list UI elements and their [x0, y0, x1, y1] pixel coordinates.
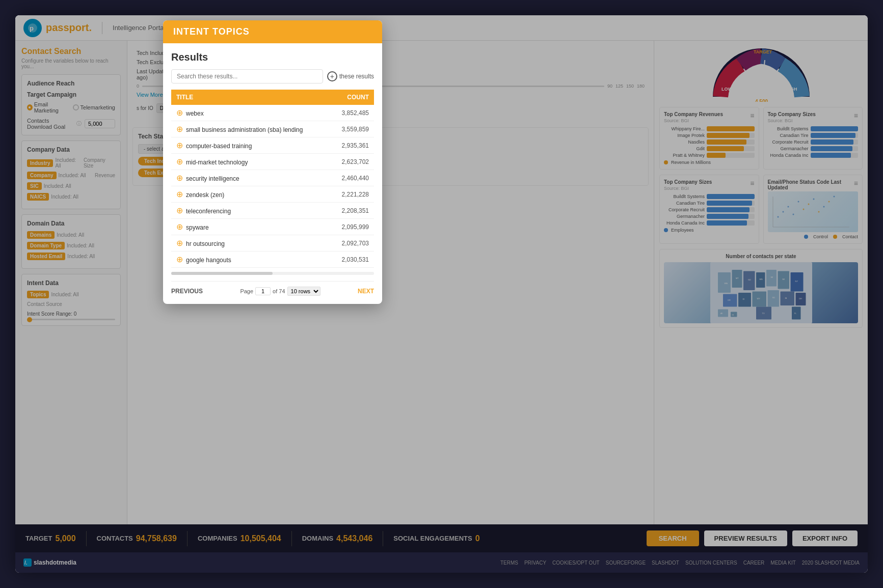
scrollbar-area[interactable]: [171, 272, 374, 275]
table-header-row: TITLE COUNT: [171, 90, 374, 105]
row-add-plus[interactable]: ⊕: [176, 108, 183, 117]
row-add-plus[interactable]: ⊕: [176, 190, 183, 199]
table-cell-title: ⊕mid-market technology: [171, 154, 331, 170]
modal-search-input[interactable]: [171, 69, 323, 83]
table-cell-count: 3,559,859: [331, 121, 374, 137]
table-cell-title: ⊕webex: [171, 105, 331, 121]
table-row: ⊕small business administration (sba) len…: [171, 121, 374, 137]
row-add-plus[interactable]: ⊕: [176, 222, 183, 231]
col-count: COUNT: [331, 90, 374, 105]
table-row: ⊕hr outsourcing 2,092,703: [171, 235, 374, 251]
plus-circle-icon: +: [327, 71, 337, 81]
table-cell-count: 3,852,485: [331, 105, 374, 121]
page-label: Page: [240, 288, 253, 294]
modal-overlay[interactable]: INTENT TOPICS Results + these results TI…: [15, 15, 868, 573]
table-cell-title: ⊕zendesk (zen): [171, 186, 331, 203]
modal-add-btn[interactable]: + these results: [327, 71, 374, 81]
table-cell-title: ⊕hr outsourcing: [171, 235, 331, 251]
table-cell-count: 2,623,702: [331, 154, 374, 170]
modal-search-row: + these results: [171, 69, 374, 83]
table-cell-count: 2,095,999: [331, 219, 374, 235]
table-cell-title: ⊕computer-based training: [171, 137, 331, 154]
modal-pagination: PREVIOUS Page of 74 10 rows 25 rows 50 r…: [171, 281, 374, 296]
add-label: these results: [339, 73, 374, 80]
row-add-plus[interactable]: ⊕: [176, 239, 183, 247]
scrollbar-thumb: [171, 272, 273, 275]
table-cell-title: ⊕google hangouts: [171, 251, 331, 268]
table-cell-count: 2,460,440: [331, 170, 374, 186]
of-label: of 74: [273, 288, 285, 294]
intent-modal-header: INTENT TOPICS: [163, 20, 382, 43]
row-add-plus[interactable]: ⊕: [176, 125, 183, 133]
app-wrapper: p passport. Intelligence Portal Contact …: [15, 15, 868, 573]
table-cell-title: ⊕small business administration (sba) len…: [171, 121, 331, 137]
row-add-plus[interactable]: ⊕: [176, 141, 183, 150]
intent-modal-body: Results + these results TITLE COUNT: [163, 43, 382, 304]
table-body: ⊕webex 3,852,485 ⊕small business adminis…: [171, 105, 374, 268]
table-cell-count: 2,935,361: [331, 137, 374, 154]
row-add-plus[interactable]: ⊕: [176, 206, 183, 215]
results-table: TITLE COUNT ⊕webex 3,852,485 ⊕small busi…: [171, 90, 374, 268]
next-button[interactable]: NEXT: [358, 288, 374, 295]
table-row: ⊕mid-market technology 2,623,702: [171, 154, 374, 170]
table-cell-count: 2,030,531: [331, 251, 374, 268]
prev-button[interactable]: PREVIOUS: [171, 288, 203, 295]
table-cell-title: ⊕security intelligence: [171, 170, 331, 186]
row-add-plus[interactable]: ⊕: [176, 255, 183, 264]
table-row: ⊕zendesk (zen) 2,221,228: [171, 186, 374, 203]
pagination-info: Page of 74 10 rows 25 rows 50 rows: [240, 287, 320, 296]
table-row: ⊕spyware 2,095,999: [171, 219, 374, 235]
table-cell-title: ⊕spyware: [171, 219, 331, 235]
table-cell-count: 2,221,228: [331, 186, 374, 203]
row-add-plus[interactable]: ⊕: [176, 174, 183, 182]
table-cell-count: 2,092,703: [331, 235, 374, 251]
table-row: ⊕webex 3,852,485: [171, 105, 374, 121]
col-title: TITLE: [171, 90, 331, 105]
table-row: ⊕computer-based training 2,935,361: [171, 137, 374, 154]
row-add-plus[interactable]: ⊕: [176, 157, 183, 166]
rows-select[interactable]: 10 rows 25 rows 50 rows: [287, 287, 320, 296]
table-cell-count: 2,208,351: [331, 203, 374, 219]
table-row: ⊕security intelligence 2,460,440: [171, 170, 374, 186]
table-row: ⊕teleconferencing 2,208,351: [171, 203, 374, 219]
modal-results-title: Results: [171, 51, 374, 63]
page-input[interactable]: [255, 287, 271, 295]
intent-modal: INTENT TOPICS Results + these results TI…: [163, 20, 382, 304]
table-row: ⊕google hangouts 2,030,531: [171, 251, 374, 268]
table-cell-title: ⊕teleconferencing: [171, 203, 331, 219]
